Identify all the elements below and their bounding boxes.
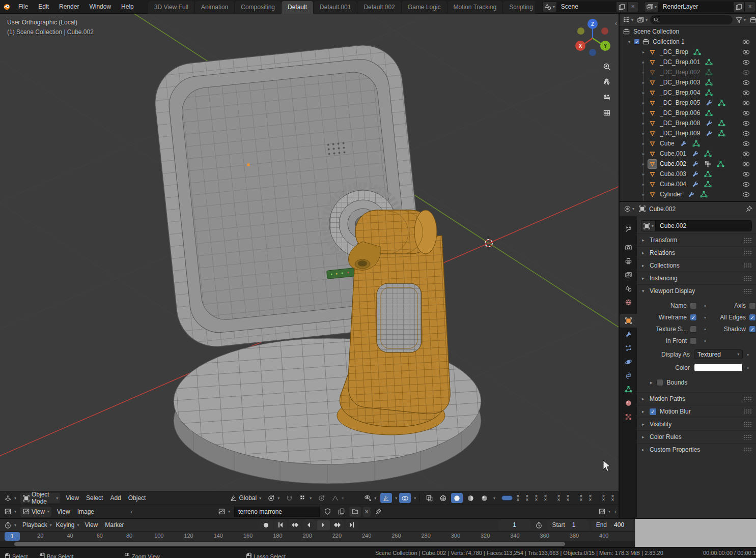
unknown-toggle-icon[interactable]: ×× (555, 494, 563, 502)
checkbox-name[interactable] (690, 302, 697, 309)
outliner-row--dc-brep-004[interactable]: ▸_DC_Brep.004 (620, 87, 756, 98)
drag-grip[interactable] (744, 447, 752, 452)
hide-eye-icon[interactable] (742, 191, 750, 198)
image-unlink-button[interactable]: × (363, 507, 371, 517)
object-name-field[interactable]: Cube.002 (655, 220, 752, 231)
section-custom-properties[interactable]: ▸Custom Properties (637, 443, 756, 456)
menu-view[interactable]: View (81, 521, 101, 528)
timeline-ruler[interactable]: 1 20406080100120140160180200220240260280… (0, 532, 635, 541)
outliner-row-cube-001[interactable]: ▸Cube.001 (620, 149, 756, 159)
properties-tab-scene[interactable] (620, 282, 637, 296)
hide-eye-icon[interactable] (742, 89, 750, 97)
properties-tab-texture[interactable] (620, 410, 637, 424)
scene-name-field[interactable]: Scene (556, 2, 617, 12)
properties-tab-view-layer[interactable] (620, 268, 637, 282)
workspace-tab-game-logic[interactable]: Game Logic (402, 1, 447, 14)
unknown-toggle-icon[interactable]: ×× (577, 494, 585, 502)
properties-tab-material[interactable] (620, 396, 637, 410)
scene-unlink-button[interactable]: × (628, 2, 639, 12)
animate-dot[interactable]: • (747, 365, 749, 371)
jump-to-end-button[interactable] (345, 520, 358, 530)
hide-eye-icon[interactable] (742, 160, 750, 168)
xray-toggle[interactable] (424, 493, 435, 503)
unknown-toggle-icon[interactable]: ×× (586, 494, 594, 502)
section-relations[interactable]: ▸Relations (637, 246, 756, 259)
outliner-row--dc-brep-006[interactable]: ▸_DC_Brep.006 (620, 108, 756, 118)
section-color-rules[interactable]: ▸Color Rules (637, 430, 756, 443)
section-visibility[interactable]: ▸Visibility (637, 418, 756, 430)
section-instancing[interactable]: ▸Instancing (637, 272, 756, 284)
image-editor-right-button[interactable]: ▾ (596, 507, 612, 517)
checkbox-texture-s-[interactable] (690, 326, 697, 333)
properties-tab-world[interactable] (620, 296, 637, 309)
outliner-row--dc-brep-002[interactable]: ▸_DC_Brep.002 (620, 67, 756, 77)
record-button[interactable] (260, 520, 273, 530)
unknown-toggle-icon[interactable]: ×× (600, 494, 607, 502)
bounds-checkbox[interactable] (656, 379, 663, 386)
outliner-row-cube-002[interactable]: ▸Cube.002 (620, 159, 756, 169)
outliner-row--dc-brep-009[interactable]: ▸_DC_Brep.009 (620, 128, 756, 138)
panel-overlap-arrow[interactable]: › (130, 508, 132, 515)
drag-grip[interactable] (744, 276, 752, 281)
drag-grip[interactable] (744, 263, 752, 268)
collapse-arrow-icon[interactable]: ‹ (615, 20, 617, 27)
image-copy-button[interactable] (335, 507, 347, 517)
section-collections[interactable]: ▸Collections (637, 259, 756, 272)
checkbox-wireframe[interactable]: ✓ (690, 314, 697, 321)
animate-dot[interactable]: • (747, 351, 749, 358)
menu-view[interactable]: View (62, 494, 82, 502)
show-gizmo-dropdown[interactable]: ▾ (362, 493, 378, 503)
outliner-row--dc-brep-008[interactable]: ▸_DC_Brep.008 (620, 118, 756, 128)
outliner-row--dc-brep-003[interactable]: ▸_DC_Brep.003 (620, 77, 756, 87)
properties-tab-physics[interactable] (620, 355, 637, 369)
outliner-row-scene-collection[interactable]: Scene Collection (620, 26, 756, 37)
editor-type-timeline-button[interactable]: ▾ (2, 520, 18, 530)
render-layer-new-button[interactable] (734, 2, 745, 12)
section-checkbox[interactable]: ✓ (650, 408, 656, 415)
gizmos-toggle[interactable] (380, 493, 392, 503)
workspace-tab-compositing[interactable]: Compositing (235, 1, 282, 14)
outliner-search-input[interactable] (650, 15, 733, 24)
properties-tab-render[interactable] (620, 241, 637, 254)
playhead[interactable]: 1 (5, 532, 20, 541)
drag-grip[interactable] (744, 288, 752, 293)
workspace-tab-scripting[interactable]: Scripting (503, 1, 535, 14)
image-mode-dropdown[interactable]: View▾ (20, 507, 51, 517)
animate-dot[interactable]: • (704, 338, 711, 344)
proportional-edit-toggle[interactable] (316, 493, 327, 503)
menu-view[interactable]: View (53, 508, 74, 515)
image-open-button[interactable] (349, 507, 361, 517)
outliner-row-cube[interactable]: ▸Cube (620, 138, 756, 149)
outliner-editor-type-button[interactable]: ▾ (622, 16, 634, 24)
outliner-display-mode-button[interactable]: ▾ (636, 16, 649, 24)
pin-icon[interactable] (745, 205, 753, 213)
blue-slider-pill[interactable] (501, 495, 513, 501)
falloff-dropdown[interactable]: ▾ (329, 493, 346, 503)
workspace-tab-3d-view-full[interactable]: 3D View Full (148, 1, 195, 14)
workspace-tab-animation[interactable]: Animation (195, 1, 235, 14)
orientation-dropdown[interactable]: Global▾ (228, 493, 263, 503)
hide-eye-icon[interactable] (742, 150, 750, 158)
menu-keying[interactable]: Keying▾ (54, 520, 81, 530)
image-name-field[interactable]: terreno marrone (234, 507, 320, 517)
gizmo-neg-axis-dot[interactable] (577, 27, 584, 35)
workspace-tab-default[interactable]: Default (282, 1, 314, 14)
editor-type-image-button[interactable]: ▾ (2, 507, 18, 517)
section-motion-paths[interactable]: ▸Motion Paths (637, 392, 756, 405)
properties-tab-modifiers[interactable] (620, 328, 637, 341)
hide-eye-icon[interactable] (742, 79, 750, 86)
outliner-extra-button[interactable] (748, 16, 756, 24)
properties-tab-object[interactable] (620, 314, 637, 328)
menu-marker[interactable]: Marker (101, 521, 127, 528)
color-swatch[interactable] (694, 363, 743, 372)
unknown-toggle-icon[interactable]: ×× (542, 494, 549, 502)
menu-window[interactable]: Window (84, 0, 116, 14)
end-frame-field[interactable]: End400 (591, 520, 633, 530)
shading-wireframe-button[interactable] (437, 493, 449, 503)
expander-icon[interactable]: ▾ (627, 40, 632, 44)
image-pin-icon[interactable] (373, 507, 384, 517)
shading-solid-button[interactable] (451, 493, 463, 503)
unknown-toggle-icon[interactable]: ×× (533, 494, 540, 502)
menu-object[interactable]: Object (125, 494, 150, 502)
animate-dot[interactable]: • (704, 303, 711, 309)
